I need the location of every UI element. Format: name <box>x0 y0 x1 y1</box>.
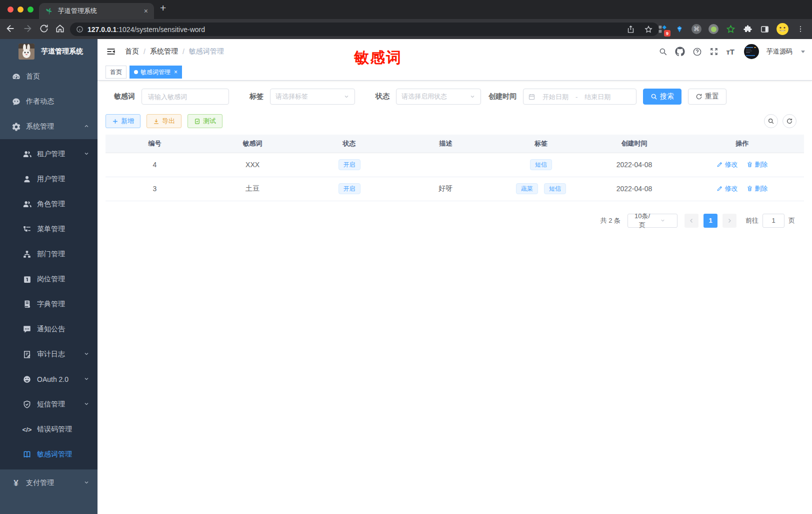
browser-tab-strip: 芋道管理系统 × + <box>0 0 812 19</box>
side-panel-icon[interactable] <box>759 24 770 35</box>
extension-grid-icon[interactable]: 9 <box>657 24 668 35</box>
cell-status: 开启 <box>301 177 398 201</box>
col-created: 创建时间 <box>588 135 680 153</box>
extension-gem-icon[interactable] <box>674 24 685 35</box>
sidebar-item-pay[interactable]: ¥ 支付管理 <box>0 469 98 496</box>
status-badge: 开启 <box>338 159 360 170</box>
trash-icon <box>746 161 753 168</box>
caret-down-icon[interactable] <box>801 51 805 53</box>
menu-tree-icon <box>21 225 33 234</box>
close-window-button[interactable] <box>8 7 14 13</box>
traffic-lights <box>8 7 34 13</box>
sidebar-item-dict[interactable]: 字典管理 <box>0 292 98 317</box>
sensitive-word-table: 编号 敏感词 状态 描述 标签 创建时间 操作 4 XXX <box>106 135 804 201</box>
search-button[interactable]: 搜索 <box>643 89 682 105</box>
keyword-input[interactable] <box>142 89 229 105</box>
date-range-picker[interactable]: - <box>523 89 636 105</box>
sidebar-item-post[interactable]: 岗位管理 <box>0 267 98 292</box>
sidebar-item-notice[interactable]: 通知公告 <box>0 317 98 342</box>
reload-icon[interactable] <box>39 24 49 34</box>
sidebar-item-tenant[interactable]: 租户管理 <box>0 142 98 167</box>
robot-face-icon <box>21 375 33 384</box>
username-label[interactable]: 芋道源码 <box>766 47 792 56</box>
forward-icon[interactable] <box>22 23 33 34</box>
tag-label: 标签 <box>250 92 264 101</box>
edit-icon <box>716 185 723 192</box>
extension-green-star-icon[interactable] <box>725 24 736 35</box>
col-word: 敏感词 <box>204 135 301 153</box>
table-row: 3 土豆 开启 好呀 蔬菜 短信 2022-04-08 <box>106 177 804 201</box>
next-page-button[interactable] <box>722 214 736 228</box>
date-end-input[interactable] <box>580 93 616 101</box>
prev-page-button[interactable] <box>684 214 698 228</box>
help-icon[interactable] <box>692 47 702 57</box>
sidebar-item-author-news[interactable]: 作者动态 <box>0 89 98 114</box>
sidebar-item-user[interactable]: 用户管理 <box>0 167 98 192</box>
test-button[interactable]: 测试 <box>188 114 222 128</box>
tab-close-icon[interactable]: × <box>144 7 148 15</box>
sidebar-item-system[interactable]: 系统管理 <box>0 114 98 139</box>
sidebar-submenu-system: 租户管理 用户管理 角色管理 <box>0 139 98 469</box>
date-start-input[interactable] <box>538 93 574 101</box>
page-tab-home[interactable]: 首页 <box>106 66 126 79</box>
bookmark-star-icon[interactable] <box>644 25 653 34</box>
share-icon[interactable] <box>626 25 635 34</box>
sidebar-item-oauth[interactable]: OAuth 2.0 <box>0 367 98 392</box>
sidebar-item-sms[interactable]: 短信管理 <box>0 392 98 417</box>
screen: 芋道管理系统 × + 127.0.0.1:1024/system/ <box>0 0 812 514</box>
sidebar-item-home[interactable]: 首页 <box>0 64 98 89</box>
status-badge: 开启 <box>338 183 360 194</box>
search-icon <box>650 93 658 100</box>
search-icon[interactable] <box>658 47 668 56</box>
new-tab-button[interactable]: + <box>160 2 166 14</box>
zoom-window-button[interactable] <box>28 7 34 13</box>
extensions-puzzle-icon[interactable] <box>742 24 753 35</box>
delete-link[interactable]: 删除 <box>746 160 768 169</box>
tab-close-icon[interactable]: × <box>174 69 178 76</box>
page-number-button[interactable]: 1 <box>704 214 718 228</box>
extension-record-icon[interactable] <box>708 24 719 35</box>
home-icon[interactable] <box>55 24 65 34</box>
profile-avatar-icon[interactable] <box>776 23 789 36</box>
sidebar-item-audit-log[interactable]: 审计日志 <box>0 342 98 367</box>
browser-menu-icon[interactable] <box>795 24 806 35</box>
tag-select[interactable]: 请选择标签 <box>270 89 355 105</box>
chevron-down-icon <box>84 479 90 487</box>
breadcrumb-home[interactable]: 首页 <box>125 47 139 56</box>
cell-description <box>398 153 494 177</box>
table-header-row: 编号 敏感词 状态 描述 标签 创建时间 操作 <box>106 135 804 153</box>
back-icon[interactable] <box>5 23 16 34</box>
fullscreen-icon[interactable] <box>710 47 718 56</box>
edit-link[interactable]: 修改 <box>716 184 738 193</box>
page-size-select[interactable]: 10条/页 <box>628 214 678 228</box>
sidebar-item-dept[interactable]: 部门管理 <box>0 242 98 267</box>
site-info-icon[interactable] <box>76 26 84 33</box>
app-logo[interactable]: 芋道管理系统 <box>0 39 98 64</box>
breadcrumb-system[interactable]: 系统管理 <box>150 47 178 56</box>
favicon-plant-icon <box>45 7 53 15</box>
font-size-icon[interactable]: тT <box>726 48 734 56</box>
sidebar-item-sensitive-word[interactable]: 敏感词管理 <box>0 442 98 467</box>
sidebar-item-error-code[interactable]: </> 错误码管理 <box>0 417 98 442</box>
edit-link[interactable]: 修改 <box>716 160 738 169</box>
delete-link[interactable]: 删除 <box>746 184 768 193</box>
github-icon[interactable] <box>675 47 685 57</box>
reset-button[interactable]: 重置 <box>688 89 726 105</box>
goto-page-input[interactable] <box>762 214 784 228</box>
address-bar[interactable]: 127.0.0.1:1024/system/sensitive-word <box>70 23 659 36</box>
status-select[interactable]: 请选择启用状态 <box>396 89 481 105</box>
export-button[interactable]: 导出 <box>146 114 182 128</box>
sidebar-item-menu[interactable]: 菜单管理 <box>0 217 98 242</box>
user-avatar[interactable] <box>744 44 759 59</box>
breadcrumb-current: 敏感词管理 <box>189 47 224 56</box>
minimize-window-button[interactable] <box>18 7 24 13</box>
sidebar-fold-icon[interactable] <box>106 47 116 57</box>
refresh-table-button[interactable] <box>782 114 796 128</box>
page-tab-sensitive-word[interactable]: 敏感词管理 × <box>130 66 182 79</box>
add-button[interactable]: 新增 <box>106 114 140 128</box>
extension-command-icon[interactable]: ⌘ <box>691 24 702 35</box>
browser-tab[interactable]: 芋道管理系统 × <box>39 3 154 19</box>
show-search-toggle-button[interactable] <box>764 114 778 128</box>
col-id: 编号 <box>106 135 204 153</box>
sidebar-item-role[interactable]: 角色管理 <box>0 192 98 217</box>
